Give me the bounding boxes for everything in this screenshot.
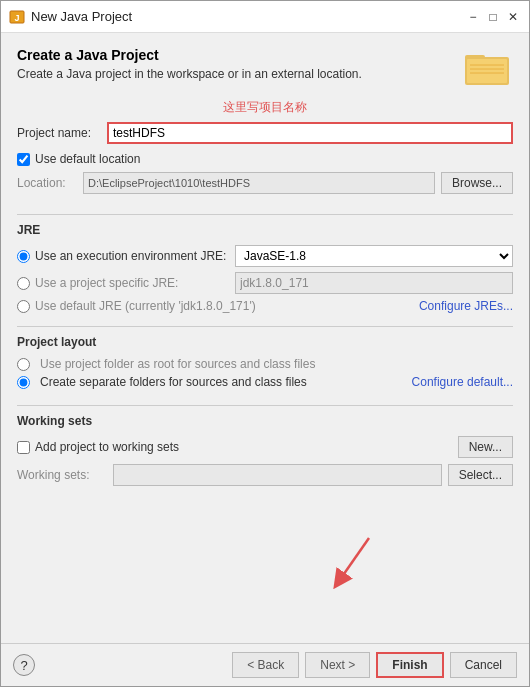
browse-button[interactable]: Browse...: [441, 172, 513, 194]
working-sets-input: [113, 464, 442, 486]
layout-option1-row: Use project folder as root for sources a…: [17, 357, 513, 371]
new-java-project-dialog: J New Java Project − □ ✕ Create a Java P…: [0, 0, 530, 687]
project-layout-title: Project layout: [17, 335, 513, 349]
use-default-location-row: Use default location: [17, 152, 513, 166]
bottom-left: ?: [13, 654, 35, 676]
layout-root-radio[interactable]: [17, 358, 30, 371]
title-bar-left: J New Java Project: [9, 9, 132, 25]
svg-text:J: J: [14, 13, 19, 23]
working-sets-title: Working sets: [17, 414, 513, 428]
layout-root-label: Use project folder as root for sources a…: [40, 357, 315, 371]
bottom-bar: ? < Back Next > Finish Cancel: [1, 643, 529, 686]
header-title: Create a Java Project: [17, 47, 362, 63]
java-project-icon: J: [9, 9, 25, 25]
location-input[interactable]: [83, 172, 435, 194]
back-button[interactable]: < Back: [232, 652, 299, 678]
jre-default-label: Use default JRE (currently 'jdk1.8.0_171…: [35, 299, 256, 313]
location-row: Location: Browse...: [17, 172, 513, 194]
next-button[interactable]: Next >: [305, 652, 370, 678]
project-name-input[interactable]: [107, 122, 513, 144]
bottom-right: < Back Next > Finish Cancel: [232, 652, 517, 678]
working-sets-label: Working sets:: [17, 468, 107, 482]
configure-default-link[interactable]: Configure default...: [412, 375, 513, 389]
dialog-title: New Java Project: [31, 9, 132, 24]
jre-execution-env-radio[interactable]: [17, 250, 30, 263]
jre-option1-row: Use an execution environment JRE: JavaSE…: [17, 245, 513, 267]
jre-specific-radio[interactable]: [17, 277, 30, 290]
working-sets-divider: [17, 405, 513, 406]
working-sets-header: Add project to working sets New...: [17, 436, 513, 458]
maximize-button[interactable]: □: [485, 9, 501, 25]
jre-specific-label: Use a project specific JRE:: [35, 276, 235, 290]
title-bar: J New Java Project − □ ✕: [1, 1, 529, 33]
configure-jres-link[interactable]: Configure JREs...: [419, 299, 513, 313]
jre-specific-input: [235, 272, 513, 294]
location-label: Location:: [17, 176, 83, 190]
jre-option3-row: Use default JRE (currently 'jdk1.8.0_171…: [17, 299, 513, 313]
select-working-set-button[interactable]: Select...: [448, 464, 513, 486]
layout-option2-row: Create separate folders for sources and …: [17, 375, 513, 389]
layout-separate-label: Create separate folders for sources and …: [40, 375, 307, 389]
cancel-button[interactable]: Cancel: [450, 652, 517, 678]
dialog-content: Create a Java Project Create a Java proj…: [1, 33, 529, 643]
add-working-set-label: Add project to working sets: [35, 440, 179, 454]
layout-divider: [17, 326, 513, 327]
add-working-set-checkbox[interactable]: [17, 441, 30, 454]
minimize-button[interactable]: −: [465, 9, 481, 25]
finish-button[interactable]: Finish: [376, 652, 443, 678]
jre-section-title: JRE: [17, 223, 513, 237]
use-default-location-label: Use default location: [35, 152, 140, 166]
jre-divider: [17, 214, 513, 215]
jre-execution-env-label: Use an execution environment JRE:: [35, 249, 235, 263]
use-default-location-checkbox[interactable]: [17, 153, 30, 166]
layout-separate-radio[interactable]: [17, 376, 30, 389]
new-working-set-button[interactable]: New...: [458, 436, 513, 458]
working-sets-row: Working sets: Select...: [17, 464, 513, 486]
annotation-text: 这里写项目名称: [17, 99, 513, 116]
jre-execution-env-select[interactable]: JavaSE-1.8: [235, 245, 513, 267]
header-text: Create a Java Project Create a Java proj…: [17, 47, 362, 81]
project-name-row: Project name:: [17, 122, 513, 144]
title-controls: − □ ✕: [465, 9, 521, 25]
header-subtitle: Create a Java project in the workspace o…: [17, 67, 362, 81]
svg-rect-4: [467, 59, 507, 83]
jre-default-radio[interactable]: [17, 300, 30, 313]
close-button[interactable]: ✕: [505, 9, 521, 25]
header-icon: [465, 47, 513, 87]
jre-option2-row: Use a project specific JRE:: [17, 272, 513, 294]
project-name-label: Project name:: [17, 126, 107, 140]
header-section: Create a Java Project Create a Java proj…: [17, 47, 513, 87]
folder-icon: [465, 47, 513, 87]
help-button[interactable]: ?: [13, 654, 35, 676]
